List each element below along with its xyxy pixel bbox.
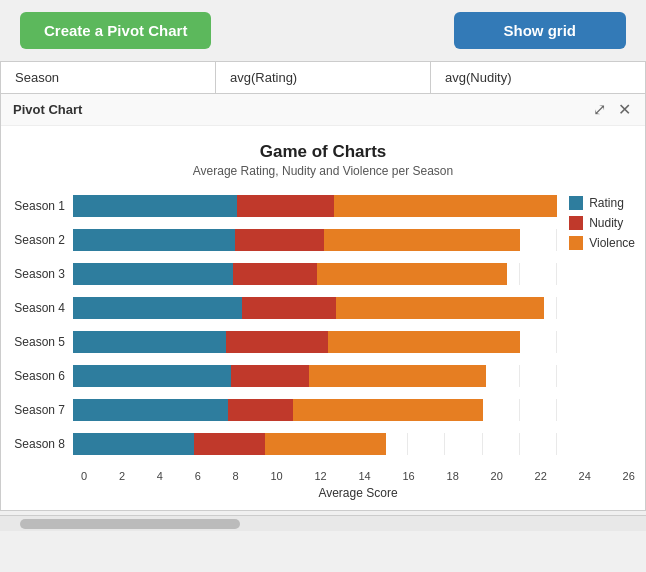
close-icon[interactable]: ✕: [616, 100, 633, 119]
bar-row: Season 6: [11, 362, 557, 390]
legend-item: Violence: [569, 236, 635, 250]
segment-violence: [317, 263, 507, 285]
x-axis-tick: 18: [447, 470, 459, 482]
col-avg-rating: avg(Rating): [216, 62, 431, 93]
bar-label: Season 4: [11, 301, 73, 315]
bar-row: Season 3: [11, 260, 557, 288]
x-axis-tick: 6: [195, 470, 201, 482]
x-axis-tick: 24: [579, 470, 591, 482]
legend-swatch: [569, 196, 583, 210]
legend-label: Rating: [589, 196, 624, 210]
segment-nudity: [231, 365, 309, 387]
legend: RatingNudityViolence: [569, 192, 635, 250]
chart-title: Game of Charts: [11, 142, 635, 162]
bar-track: [73, 365, 557, 387]
pivot-chart-title-bar: Pivot Chart ⤢ ✕: [1, 94, 645, 126]
segment-rating: [73, 229, 235, 251]
segment-rating: [73, 433, 194, 455]
show-grid-button[interactable]: Show grid: [454, 12, 627, 49]
segment-nudity: [235, 229, 324, 251]
segment-nudity: [233, 263, 317, 285]
bar-row: Season 5: [11, 328, 557, 356]
bar-track: [73, 297, 557, 319]
bar-label: Season 8: [11, 437, 73, 451]
bars-section: Season 1Season 2Season 3Season 4Season 5…: [11, 192, 557, 464]
chart-body: Season 1Season 2Season 3Season 4Season 5…: [11, 192, 635, 464]
x-axis-tick: 12: [314, 470, 326, 482]
bar-track: [73, 229, 557, 251]
legend-label: Nudity: [589, 216, 623, 230]
title-bar-icons: ⤢ ✕: [591, 100, 633, 119]
bar-track: [73, 399, 557, 421]
bar-row: Season 1: [11, 192, 557, 220]
pivot-chart-label: Pivot Chart: [13, 102, 82, 117]
segment-violence: [265, 433, 386, 455]
chart-area: Game of Charts Average Rating, Nudity an…: [1, 126, 645, 510]
segment-rating: [73, 297, 242, 319]
x-axis-tick: 10: [270, 470, 282, 482]
bar-label: Season 6: [11, 369, 73, 383]
x-axis-tick: 20: [491, 470, 503, 482]
col-season: Season: [1, 62, 216, 93]
segment-rating: [73, 399, 228, 421]
bar-track: [73, 195, 557, 217]
segment-violence: [309, 365, 486, 387]
legend-swatch: [569, 216, 583, 230]
bar-track: [73, 263, 557, 285]
x-axis-tick: 4: [157, 470, 163, 482]
x-axis-tick: 0: [81, 470, 87, 482]
x-axis-tick: 22: [535, 470, 547, 482]
segment-rating: [73, 195, 237, 217]
x-axis-tick: 2: [119, 470, 125, 482]
bar-row: Season 7: [11, 396, 557, 424]
scrollbar-thumb[interactable]: [20, 519, 240, 529]
bar-row: Season 8: [11, 430, 557, 458]
x-axis-title: Average Score: [11, 486, 635, 500]
bar-row: Season 4: [11, 294, 557, 322]
x-axis-tick: 26: [623, 470, 635, 482]
segment-nudity: [237, 195, 334, 217]
segment-violence: [334, 195, 557, 217]
segment-rating: [73, 331, 226, 353]
chart-subtitle: Average Rating, Nudity and Violence per …: [11, 164, 635, 178]
x-axis-labels: 02468101214161820222426: [81, 470, 635, 482]
segment-rating: [73, 263, 233, 285]
legend-label: Violence: [589, 236, 635, 250]
pivot-chart-container: Pivot Chart ⤢ ✕ Game of Charts Average R…: [0, 93, 646, 511]
bar-label: Season 1: [11, 199, 73, 213]
segment-nudity: [228, 399, 293, 421]
x-axis-tick: 16: [403, 470, 415, 482]
legend-item: Nudity: [569, 216, 635, 230]
bar-track: [73, 331, 557, 353]
table-header: Season avg(Rating) avg(Nudity): [0, 61, 646, 93]
segment-violence: [328, 331, 520, 353]
bar-track: [73, 433, 557, 455]
segment-violence: [336, 297, 545, 319]
segment-violence: [324, 229, 520, 251]
x-axis-tick: 14: [358, 470, 370, 482]
bar-label: Season 7: [11, 403, 73, 417]
segment-violence: [293, 399, 483, 421]
col-avg-nudity: avg(Nudity): [431, 62, 645, 93]
scrollbar-area[interactable]: [0, 515, 646, 531]
legend-swatch: [569, 236, 583, 250]
top-bar: Create a Pivot Chart Show grid: [0, 0, 646, 61]
x-axis-tick: 8: [233, 470, 239, 482]
segment-rating: [73, 365, 231, 387]
bar-label: Season 2: [11, 233, 73, 247]
bar-row: Season 2: [11, 226, 557, 254]
create-pivot-chart-button[interactable]: Create a Pivot Chart: [20, 12, 211, 49]
legend-item: Rating: [569, 196, 635, 210]
segment-nudity: [226, 331, 328, 353]
segment-nudity: [242, 297, 335, 319]
x-axis: 02468101214161820222426: [11, 470, 635, 482]
bar-label: Season 3: [11, 267, 73, 281]
expand-icon[interactable]: ⤢: [591, 100, 608, 119]
bar-label: Season 5: [11, 335, 73, 349]
segment-nudity: [194, 433, 265, 455]
